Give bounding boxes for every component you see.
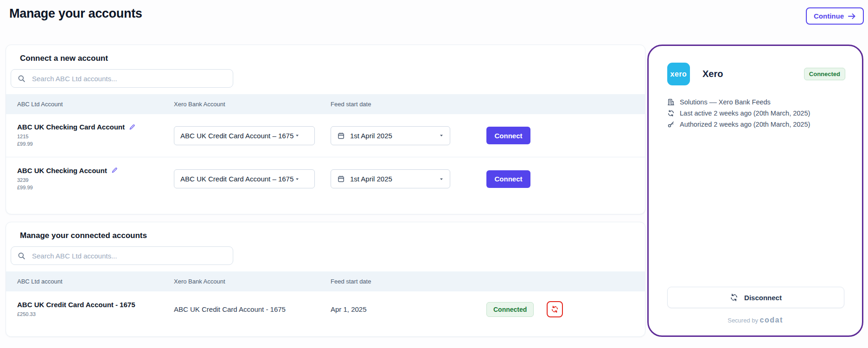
- account-balance: £99.99: [17, 184, 152, 192]
- chevron-down-icon: [295, 177, 300, 181]
- account-number: 3239: [17, 177, 152, 184]
- chevron-down-icon: [439, 177, 444, 181]
- xero-logo: xero: [667, 63, 690, 85]
- detail-last-active-text: Last active 2 weeks ago (20th March, 202…: [680, 110, 810, 117]
- chevron-down-icon: [295, 133, 300, 138]
- detail-authorized: Authorized 2 weeks ago (20th March, 2025…: [667, 121, 845, 128]
- refresh-icon: [667, 110, 675, 117]
- broken-refresh-icon: [730, 293, 738, 302]
- connected-accounts-table: ABC Ltd account Xero Bank Account Feed s…: [6, 271, 645, 327]
- secured-by: Secured by codat: [649, 316, 862, 324]
- key-icon: [667, 121, 675, 128]
- detail-solutions: Solutions –– Xero Bank Feeds: [667, 98, 845, 106]
- connect-search-box: [11, 69, 233, 88]
- connect-button[interactable]: Connect: [486, 170, 530, 188]
- column-header-feed-start: Feed start date: [319, 271, 475, 291]
- detail-authorized-text: Authorized 2 weeks ago (20th March, 2025…: [680, 121, 810, 128]
- connect-search-input[interactable]: [31, 74, 227, 83]
- calendar-icon: [337, 132, 345, 140]
- account-balance: £99.99: [17, 141, 152, 148]
- xero-account-cell: ABC UK Credit Card Account – 1675: [163, 169, 319, 188]
- disconnect-label: Disconnect: [744, 294, 782, 302]
- xero-account-select[interactable]: ABC UK Credit Card Account – 1675: [174, 169, 315, 188]
- detail-solutions-text: Solutions –– Xero Bank Feeds: [680, 98, 771, 106]
- detail-last-active: Last active 2 weeks ago (20th March, 202…: [667, 110, 845, 117]
- manage-search-input[interactable]: [31, 251, 227, 260]
- connect-button[interactable]: Connect: [486, 127, 530, 144]
- action-cell: Connect: [475, 127, 645, 144]
- column-header-actions: [475, 98, 645, 111]
- action-cell: Connect: [475, 170, 645, 188]
- secured-by-label: Secured by: [728, 317, 758, 324]
- table-row: ABC UK Checking Card Account 1215 £99.99…: [6, 114, 645, 157]
- xero-account-select-value: ABC UK Credit Card Account – 1675: [180, 132, 294, 140]
- column-header-abc-account: ABC Ltd Account: [6, 94, 163, 114]
- integration-header: xero Xero Connected: [649, 46, 862, 85]
- feed-start-date-picker[interactable]: 1st April 2025: [331, 126, 450, 145]
- account-number: 1215: [17, 133, 152, 141]
- account-name: ABC UK Credit Card Account - 1675: [17, 301, 135, 309]
- xero-account-select[interactable]: ABC UK Credit Card Account – 1675: [174, 126, 315, 145]
- account-name: ABC UK Checking Account: [17, 167, 107, 174]
- calendar-icon: [337, 175, 345, 183]
- action-cell: Connected: [475, 301, 645, 317]
- edit-pencil-icon[interactable]: [111, 167, 118, 174]
- manage-connected-accounts-card: Manage your connected accounts ABC Ltd a…: [6, 222, 645, 337]
- manage-search-box: [11, 246, 233, 265]
- table-row: ABC UK Checking Account 3239 £99.99 ABC …: [6, 157, 645, 200]
- xero-integration-panel: xero Xero Connected Solutions –– Xero Ba…: [647, 45, 863, 337]
- chevron-down-icon: [439, 133, 444, 138]
- column-header-feed-start: Feed start date: [319, 94, 475, 114]
- feed-start-cell: 1st April 2025: [319, 169, 475, 188]
- column-header-xero-account: Xero Bank Account: [163, 271, 319, 291]
- search-icon: [17, 251, 26, 260]
- account-name: ABC UK Checking Card Account: [17, 123, 125, 131]
- status-badge: Connected: [486, 302, 534, 317]
- disconnect-feed-button[interactable]: [547, 301, 563, 317]
- broken-refresh-icon: [551, 305, 559, 313]
- feed-start-date-value: 1st April 2025: [350, 175, 392, 183]
- connect-accounts-table: ABC Ltd Account Xero Bank Account Feed s…: [6, 94, 645, 200]
- continue-label: Continue: [814, 12, 844, 20]
- feed-start-cell: 1st April 2025: [319, 126, 475, 145]
- page-title: Manage your accounts: [9, 6, 142, 21]
- account-cell: ABC UK Checking Card Account 1215 £99.99: [6, 123, 163, 148]
- feed-start-date-picker[interactable]: 1st April 2025: [331, 169, 450, 188]
- connect-table-header: ABC Ltd Account Xero Bank Account Feed s…: [6, 94, 645, 114]
- account-balance: £250.33: [17, 311, 152, 318]
- feed-start-cell: Apr 1, 2025: [319, 305, 475, 313]
- arrow-right-icon: [848, 13, 856, 19]
- xero-account-select-value: ABC UK Credit Card Account – 1675: [180, 175, 294, 183]
- column-header-actions: [475, 275, 645, 288]
- xero-account-cell: ABC UK Credit Card Account – 1675: [163, 126, 319, 145]
- integration-status-badge: Connected: [804, 68, 845, 80]
- search-icon: [17, 74, 26, 83]
- column-header-xero-account: Xero Bank Account: [163, 94, 319, 114]
- connected-table-header: ABC Ltd account Xero Bank Account Feed s…: [6, 271, 645, 291]
- disconnect-button[interactable]: Disconnect: [667, 287, 844, 308]
- manage-section-title: Manage your connected accounts: [20, 231, 645, 240]
- feed-start-date-value: 1st April 2025: [350, 132, 392, 140]
- table-row: ABC UK Credit Card Account - 1675 £250.3…: [6, 291, 645, 327]
- codat-logo: codat: [760, 316, 783, 324]
- account-cell: ABC UK Credit Card Account - 1675 £250.3…: [6, 301, 163, 318]
- integration-name: Xero: [702, 69, 723, 79]
- continue-button[interactable]: Continue: [806, 7, 864, 25]
- connect-new-account-card: Connect a new account ABC Ltd Account Xe…: [6, 45, 645, 214]
- xero-account-cell: ABC UK Credit Card Account - 1675: [163, 305, 319, 313]
- edit-pencil-icon[interactable]: [129, 124, 135, 130]
- column-header-abc-account: ABC Ltd account: [6, 271, 163, 291]
- account-cell: ABC UK Checking Account 3239 £99.99: [6, 167, 163, 192]
- connect-section-title: Connect a new account: [20, 54, 645, 63]
- building-icon: [667, 98, 675, 106]
- integration-details: Solutions –– Xero Bank Feeds Last active…: [667, 98, 845, 128]
